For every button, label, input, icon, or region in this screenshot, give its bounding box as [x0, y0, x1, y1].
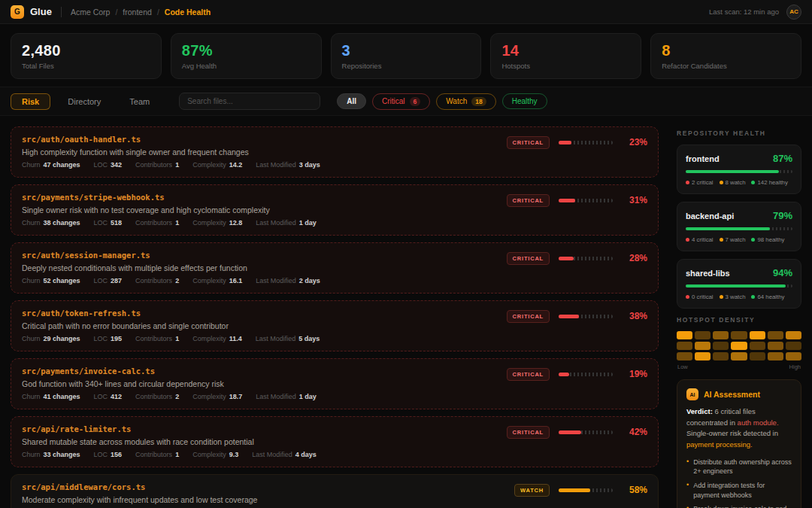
meta-contributors: Contributors1 — [135, 161, 179, 169]
last-scan-text: Last scan: 12 min ago — [709, 8, 779, 16]
main-content: src/auth/oauth-handler.ts High complexit… — [0, 116, 812, 508]
hotspot-cell — [695, 352, 710, 360]
hotspot-high-label: High — [789, 364, 801, 370]
legend-critical: 4 critical — [686, 236, 714, 243]
risk-percentage: 42% — [622, 427, 647, 437]
file-row[interactable]: src/auth/oauth-handler.ts High complexit… — [11, 126, 659, 178]
tab-directory[interactable]: Directory — [56, 93, 112, 110]
tab-team[interactable]: Team — [118, 93, 161, 110]
status-badge: WATCH — [514, 484, 550, 497]
hotspot-density-title: HOTSPOT DENSITY — [677, 316, 801, 324]
toolbar: Risk Directory Team All Critical 6 Watch… — [0, 87, 812, 116]
healthy-dot-icon — [751, 238, 755, 242]
repo-health-pct: 79% — [773, 210, 792, 221]
repo-card-frontend[interactable]: frontend 87% 2 critical 8 watch 142 heal… — [677, 144, 801, 194]
hotspot-cell — [786, 352, 801, 360]
tab-risk[interactable]: Risk — [11, 93, 50, 110]
meta-complexity: Complexity14.2 — [192, 161, 242, 169]
verdict-link-payments[interactable]: payment processing. — [686, 440, 753, 449]
hotspot-cell — [786, 342, 801, 350]
meta-churn: Churn52 changes — [22, 277, 80, 284]
file-path[interactable]: src/api/middleware/cors.ts — [22, 482, 514, 491]
hotspot-cell — [750, 331, 765, 339]
legend-watch: 7 watch — [720, 236, 746, 243]
file-meta: Churn38 changes LOC518 Contributors1 Com… — [22, 219, 507, 227]
filter-count-badge: 6 — [410, 97, 421, 106]
user-avatar[interactable]: AC — [786, 5, 801, 20]
hotspot-cell — [731, 342, 747, 350]
repo-name: shared-libs — [686, 269, 730, 278]
repo-health-pct: 94% — [773, 267, 792, 278]
filter-watch[interactable]: Watch 18 — [436, 93, 495, 110]
search-box — [179, 93, 320, 110]
meta-complexity: Complexity11.4 — [192, 335, 242, 342]
legend-healthy: 64 healthy — [751, 294, 784, 300]
breadcrumb-separator: / — [115, 8, 117, 17]
meta-contributors: Contributors1 — [135, 219, 179, 227]
file-path[interactable]: src/auth/oauth-handler.ts — [22, 135, 507, 144]
bullet-icon: • — [686, 504, 689, 508]
hotspot-cell — [713, 342, 729, 350]
breadcrumb-separator: / — [157, 8, 159, 17]
repo-card-shared-libs[interactable]: shared-libs 94% 0 critical 3 watch 64 he… — [677, 259, 801, 309]
hotspot-cell — [713, 352, 729, 360]
verdict-link-auth[interactable]: auth module. — [738, 418, 779, 427]
ai-icon: AI — [686, 388, 698, 400]
file-meta: Churn41 changes LOC412 Contributors2 Com… — [22, 393, 507, 400]
repo-health-bar-fill — [686, 284, 786, 287]
meta-contributors: Contributors2 — [135, 393, 179, 400]
ai-recommendation-item: •Add integration tests for payment webho… — [686, 481, 792, 500]
risk-bar-fill — [559, 373, 569, 376]
filter-all[interactable]: All — [337, 93, 366, 109]
legend-healthy: 98 healthy — [751, 236, 784, 243]
risk-bar-fill — [559, 199, 575, 202]
risk-bar — [559, 257, 613, 260]
bullet-icon: • — [686, 458, 689, 476]
stat-value: 2,480 — [22, 42, 150, 59]
repository-health-title: REPOSITORY HEALTH — [677, 129, 801, 137]
file-path[interactable]: src/auth/token-refresh.ts — [22, 309, 507, 318]
file-row[interactable]: src/auth/token-refresh.ts Critical path … — [11, 300, 659, 351]
risk-bar — [559, 373, 613, 376]
meta-modified: Last Modified1 day — [256, 393, 317, 400]
search-input[interactable] — [179, 93, 320, 110]
risk-percentage: 23% — [622, 137, 647, 148]
healthy-dot-icon — [751, 181, 755, 184]
repo-card-backend-api[interactable]: backend-api 79% 4 critical 7 watch 98 he… — [677, 202, 801, 251]
stat-label: Hotspots — [501, 62, 630, 70]
file-path[interactable]: src/payments/invoice-calc.ts — [22, 367, 507, 376]
file-row[interactable]: src/auth/session-manager.ts Deeply neste… — [11, 242, 659, 294]
filter-critical[interactable]: Critical 6 — [372, 93, 430, 110]
filter-healthy[interactable]: Healthy — [502, 93, 547, 109]
risk-bar — [559, 199, 613, 202]
critical-dot-icon — [686, 238, 689, 242]
meta-modified: Last Modified3 days — [256, 161, 320, 169]
file-path[interactable]: src/payments/stripe-webhook.ts — [22, 193, 507, 202]
filter-count-badge: 18 — [471, 97, 486, 106]
breadcrumb-org[interactable]: Acme Corp — [71, 8, 111, 17]
stat-label: Refactor Candidates — [662, 62, 790, 70]
risk-bar-fill — [559, 488, 590, 492]
meta-modified: Last Modified5 days — [256, 335, 320, 342]
file-description: Single owner risk with no test coverage … — [22, 205, 507, 214]
breadcrumb-repo[interactable]: frontend — [123, 8, 152, 17]
meta-contributors: Contributors2 — [135, 277, 179, 284]
file-meta: Churn33 changes LOC156 Contributors1 Com… — [22, 451, 507, 458]
file-list: src/auth/oauth-handler.ts High complexit… — [11, 126, 659, 508]
repo-legend: 0 critical 3 watch 64 healthy — [686, 294, 792, 300]
stat-refactor-candidates: 8 Refactor Candidates — [650, 33, 801, 79]
top-bar: G Glue Acme Corp / frontend / Code Healt… — [0, 0, 812, 24]
file-row[interactable]: src/api/rate-limiter.ts Shared mutable s… — [11, 416, 659, 467]
file-row[interactable]: src/payments/invoice-calc.ts God functio… — [11, 358, 659, 409]
file-row[interactable]: src/payments/stripe-webhook.ts Single ow… — [11, 184, 659, 236]
meta-modified: Last Modified1 day — [256, 219, 317, 227]
repo-name: backend-api — [686, 211, 734, 221]
status-badge: CRITICAL — [507, 368, 550, 381]
file-path[interactable]: src/api/rate-limiter.ts — [22, 424, 507, 433]
ai-assessment-title: AI Assessment — [704, 390, 760, 399]
app-brand[interactable]: Glue — [30, 6, 52, 17]
file-path[interactable]: src/auth/session-manager.ts — [22, 251, 507, 260]
file-row[interactable]: src/api/middleware/cors.ts Moderate comp… — [11, 474, 659, 508]
meta-modified: Last Modified2 days — [256, 277, 320, 284]
status-badge: CRITICAL — [507, 194, 550, 207]
